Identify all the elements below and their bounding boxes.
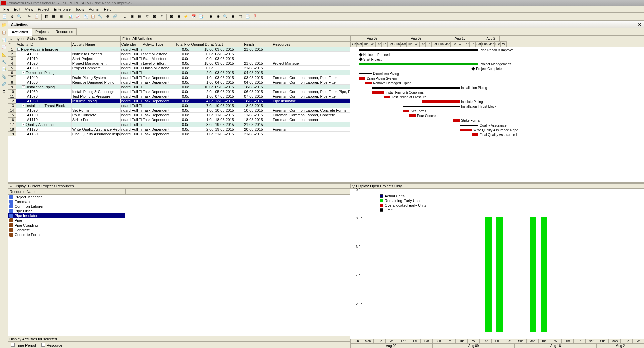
tab-resources[interactable]: Resources <box>52 28 77 35</box>
toolbar-button[interactable]: 📈 <box>75 13 82 20</box>
table-row[interactable]: 7A1040Drain Piping Systemndard Full Time… <box>8 75 350 80</box>
gantt-bar-row[interactable]: Drain Piping System <box>353 76 641 81</box>
resources-display-bar[interactable]: ▽Display: Current Project's Resources <box>8 183 350 189</box>
table-row[interactable]: 16A1110Strike Formsndard Full TimeTask D… <box>8 117 350 122</box>
gantt-bar-row[interactable]: Installation Piping <box>353 85 641 90</box>
toolbar-button[interactable]: 📊 <box>67 13 74 20</box>
menu-enterprise[interactable]: Enterprise <box>52 7 73 12</box>
gantt-bar-row[interactable]: Install Piping & Couplings <box>353 90 641 95</box>
side-button[interactable]: 🔗 <box>1 81 7 87</box>
table-row[interactable]: 18A1120Write Quality Assurance Reportnda… <box>8 127 350 132</box>
resource-item[interactable]: Concrete Forms <box>8 232 350 237</box>
time-period-checkbox[interactable]: Time Period <box>11 343 36 347</box>
side-button[interactable]: 🔧 <box>1 58 7 65</box>
column-header[interactable]: Activity ID <box>16 42 72 47</box>
table-row[interactable]: 14A1090Set Formsndard Full TimeTask Depe… <box>8 108 350 113</box>
resource-item[interactable]: Pipe Insulator <box>8 213 125 218</box>
menu-tools[interactable]: Tools <box>73 7 86 12</box>
toolbar-button[interactable]: # <box>158 13 165 20</box>
table-row[interactable]: 5A1030Project Completendard Full TimeFin… <box>8 66 350 70</box>
table-row[interactable]: 1− Pipe Repair & Improvendard Full Time0… <box>8 47 350 52</box>
side-button[interactable]: ⚙ <box>1 88 7 95</box>
toolbar-button[interactable]: ⚡ <box>183 13 190 20</box>
resource-name-header[interactable]: Resource Name <box>8 189 126 194</box>
side-button[interactable]: 📈 <box>1 44 7 50</box>
column-header[interactable]: # <box>8 42 16 47</box>
column-header[interactable]: Resources <box>272 42 350 47</box>
resource-item[interactable]: Concrete <box>8 228 350 232</box>
print-icon[interactable]: 🖨 <box>9 13 15 20</box>
menu-edit[interactable]: Edit <box>12 7 22 12</box>
resource-item[interactable]: Project Manager <box>8 195 350 199</box>
toolbar-button[interactable]: ◫ <box>237 13 244 20</box>
toolbar-button[interactable]: 🔍 <box>222 13 229 20</box>
menu-project[interactable]: Project <box>36 7 51 12</box>
toolbar-button[interactable]: ⊞ <box>129 13 136 20</box>
toolbar-button[interactable]: ⊟ <box>175 13 182 20</box>
column-header[interactable]: Activity Name <box>72 42 121 47</box>
table-row[interactable]: 15A1100Pour Concretendard Full TimeTask … <box>8 113 350 117</box>
help-icon[interactable]: ❓ <box>252 13 258 20</box>
side-button[interactable]: 📐 <box>1 51 7 58</box>
resource-item[interactable]: Common Laborer <box>8 204 350 209</box>
toolbar-button[interactable]: 📅 <box>190 13 197 20</box>
side-button[interactable]: 📊 <box>1 36 7 43</box>
toolbar-button[interactable]: ◧ <box>43 13 50 20</box>
gantt-bar-row[interactable]: Insulate Piping <box>353 99 641 104</box>
side-button[interactable]: 📋 <box>1 29 7 36</box>
chart-display-bar[interactable]: ▽Display: Open Projects Only <box>350 183 644 189</box>
resource-item[interactable]: Foreman <box>8 199 350 204</box>
column-header[interactable]: Start <box>214 42 243 47</box>
gantt-bar-row[interactable]: Pour Concrete <box>353 113 641 118</box>
gantt-bar-row[interactable]: Set Forms <box>353 109 641 113</box>
gantt-bar-row[interactable]: Test Piping at Pressure <box>353 95 641 99</box>
menu-view[interactable]: View <box>23 7 35 12</box>
activity-table[interactable]: 1− Pipe Repair & Improvendard Full Time0… <box>8 47 350 182</box>
toolbar-button[interactable]: 📑 <box>198 13 204 20</box>
zoom-in-icon[interactable]: ⊕ <box>207 13 214 20</box>
toolbar-button[interactable]: 🔗 <box>112 13 118 20</box>
menu-admin[interactable]: Admin <box>87 7 101 12</box>
column-header[interactable]: Total Float <box>175 42 191 47</box>
gantt-bar-row[interactable]: Project Management <box>353 62 641 66</box>
column-header[interactable]: Finish <box>243 42 272 47</box>
toolbar-button[interactable]: ⊞ <box>168 13 175 20</box>
toolbar-button[interactable]: 📑 <box>244 13 251 20</box>
column-header[interactable]: Original Duration <box>190 42 214 47</box>
gantt-bar-row[interactable]: Demolition Piping <box>353 71 641 76</box>
table-row[interactable]: 17− Quality Assurancendard Full Time0.0d… <box>8 122 350 127</box>
table-row[interactable]: 2A1000Notice to Proceedndard Full TimeSt… <box>8 52 350 56</box>
toolbar-button[interactable]: ⊟ <box>229 13 236 20</box>
cut-icon[interactable]: ✂ <box>26 13 33 20</box>
gantt-bar-row[interactable]: Final Quality Assurance I <box>353 132 641 137</box>
toolbar-button[interactable]: 📄 <box>1 13 8 20</box>
table-row[interactable]: 19A1130Final Quality Assurance Inspectio… <box>8 132 350 136</box>
side-button[interactable]: 📎 <box>1 73 7 80</box>
tab-activities[interactable]: Activities <box>8 29 32 36</box>
zoom-out-icon[interactable]: ⊖ <box>215 13 221 20</box>
table-row[interactable]: 4A1020Project Managementndard Full TimeL… <box>8 61 350 66</box>
resource-list[interactable]: Project ManagerForemanCommon LaborerPipe… <box>8 195 350 336</box>
toolbar-button[interactable]: 🔧 <box>97 13 104 20</box>
gantt-bar-row[interactable]: Notice to Proceed <box>353 52 641 57</box>
table-row[interactable]: 9− Installation Pipingndard Full Time0.0… <box>8 85 350 89</box>
preview-icon[interactable]: 🔍 <box>16 13 23 20</box>
toolbar-button[interactable]: ▤ <box>136 13 143 20</box>
table-row[interactable]: 12A1080Insulate Pipingndard Full TimeTas… <box>8 99 350 103</box>
gantt-bar-row[interactable]: Write Quality Assurance Repo <box>353 128 641 132</box>
toolbar-button[interactable]: ≡ <box>121 13 128 20</box>
close-icon[interactable]: ✕ <box>638 22 641 27</box>
filter-icon[interactable]: ▽ <box>144 13 150 20</box>
resource-checkbox[interactable]: Resource <box>41 343 62 347</box>
gantt-bar-row[interactable]: Quality Assurance <box>353 123 641 128</box>
toolbar-button[interactable]: ▦ <box>50 13 57 20</box>
table-row[interactable]: 13− Installation Thrust Blockndard Full … <box>8 103 350 108</box>
side-button[interactable]: 📁 <box>1 21 7 28</box>
gantt-chart[interactable]: Aug 02Aug 09Aug 16Aug 2SunMonTueWThrFriS… <box>350 36 644 182</box>
resource-item[interactable]: Pipe <box>8 218 350 223</box>
menu-file[interactable]: File <box>1 7 11 12</box>
toolbar-button[interactable]: 📉 <box>82 13 89 20</box>
resource-item[interactable]: Pipe Coupling <box>8 223 350 228</box>
column-header[interactable]: Calendar <box>121 42 142 47</box>
gantt-bar-row[interactable]: Project Complete <box>353 66 641 71</box>
